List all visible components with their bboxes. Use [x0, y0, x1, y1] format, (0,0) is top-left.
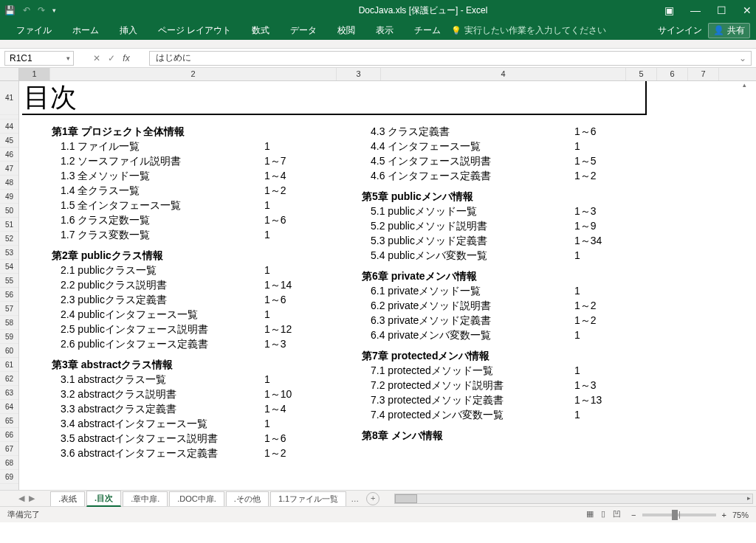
sheet-nav-buttons[interactable]: ◀ ▶ — [3, 494, 50, 503]
col-header-2[interactable]: 2 — [50, 68, 337, 80]
chapter-heading: 第3章 abstractクラス情報 — [52, 357, 347, 372]
qat-dropdown-icon[interactable]: ▾ — [52, 7, 56, 14]
cancel-formula-icon[interactable]: ✕ — [93, 53, 100, 63]
row-header[interactable]: 66 — [0, 428, 18, 442]
col-header-7[interactable]: 7 — [688, 68, 719, 80]
sheet-tab[interactable]: 1.1ファイル一覧 — [270, 491, 346, 506]
share-button[interactable]: 👤 共有 — [708, 23, 750, 38]
view-normal-icon[interactable]: ▦ — [586, 509, 594, 520]
row-header[interactable]: 49 — [0, 190, 18, 204]
name-box[interactable]: R1C1 — [4, 51, 74, 66]
row-header[interactable]: 61 — [0, 358, 18, 372]
vertical-scrollbar[interactable]: ▴ — [743, 81, 755, 490]
toc-entry: 6.2 privateメソッド説明書 — [362, 298, 574, 313]
tab-review[interactable]: 校閲 — [327, 21, 365, 40]
add-sheet-button[interactable]: + — [366, 492, 379, 505]
zoom-slider-thumb[interactable] — [672, 510, 678, 520]
toc-page: 1 — [574, 139, 626, 153]
sign-in-link[interactable]: サインイン — [658, 24, 702, 37]
scroll-up-icon[interactable]: ▴ — [743, 81, 746, 89]
col-header-1[interactable]: 1 — [19, 68, 50, 80]
row-header[interactable]: 46 — [0, 148, 18, 162]
toc-page: 1～6 — [264, 292, 316, 307]
save-icon[interactable]: 💾 — [4, 5, 16, 15]
tab-home[interactable]: ホーム — [62, 21, 109, 40]
zoom-out-button[interactable]: − — [631, 511, 636, 519]
row-header[interactable]: 59 — [0, 330, 18, 344]
row-header[interactable]: 64 — [0, 400, 18, 414]
row-header[interactable]: 55 — [0, 274, 18, 288]
chapter-heading: 第1章 プロジェクト全体情報 — [52, 124, 347, 139]
col-header-6[interactable]: 6 — [657, 68, 688, 80]
toc-page: 1 — [574, 328, 626, 342]
tab-page-layout[interactable]: ページ レイアウト — [148, 21, 241, 40]
row-header[interactable]: 68 — [0, 456, 18, 470]
scroll-right-icon[interactable]: ▸ — [747, 494, 751, 502]
tab-formulas[interactable]: 数式 — [241, 21, 280, 40]
row-header[interactable]: 53 — [0, 246, 18, 260]
toc-entry: 6.4 privateメンバ変数一覧 — [362, 328, 574, 342]
formula-input[interactable]: はじめに — [149, 51, 752, 66]
toc-page: 1～9 — [574, 218, 626, 233]
row-header[interactable]: 69 — [0, 470, 18, 484]
row-header[interactable]: 65 — [0, 414, 18, 428]
row-header[interactable]: 41 — [0, 81, 18, 115]
row-header[interactable]: 62 — [0, 372, 18, 386]
tab-data[interactable]: データ — [280, 21, 327, 40]
toc-page: 1～5 — [574, 153, 626, 168]
minimize-icon[interactable]: — — [690, 4, 701, 16]
row-header[interactable]: 54 — [0, 260, 18, 274]
zoom-level[interactable]: 75% — [732, 511, 749, 519]
tab-file[interactable]: ファイル — [6, 21, 62, 40]
toc-page: 1～7 — [264, 153, 316, 168]
row-header[interactable]: 51 — [0, 218, 18, 232]
sheet-tab[interactable]: .表紙 — [50, 491, 85, 506]
row-header[interactable]: 52 — [0, 232, 18, 246]
row-header[interactable]: 60 — [0, 344, 18, 358]
col-header-3[interactable]: 3 — [337, 68, 381, 80]
maximize-icon[interactable]: ☐ — [717, 4, 726, 16]
ribbon-display-icon[interactable]: ▣ — [664, 4, 674, 16]
toc-entry: 1.7 クラス変数一覧 — [52, 227, 264, 242]
row-header[interactable]: 48 — [0, 176, 18, 190]
sheet-tab[interactable]: .章中扉. — [123, 491, 168, 506]
zoom-slider[interactable] — [642, 513, 716, 516]
row-header[interactable]: 44 — [0, 120, 18, 134]
select-all-triangle[interactable] — [0, 68, 19, 80]
undo-icon[interactable]: ↶ — [23, 5, 30, 15]
row-header[interactable]: 58 — [0, 316, 18, 330]
sheet-nav-prev-icon[interactable]: ◀ — [18, 494, 24, 503]
grid-area: 41 44 45 46 47 48 49 50 51 52 53 54 55 5… — [0, 81, 756, 490]
view-page-layout-icon[interactable]: ▯ — [601, 509, 605, 520]
fx-icon[interactable]: fx — [123, 53, 129, 63]
tab-view[interactable]: 表示 — [365, 21, 404, 40]
row-header[interactable]: 50 — [0, 204, 18, 218]
toc-entry: 2.1 publicクラス一覧 — [52, 263, 264, 277]
row-header[interactable]: 57 — [0, 302, 18, 316]
col-header-4[interactable]: 4 — [381, 68, 626, 80]
row-header[interactable]: 63 — [0, 386, 18, 400]
view-page-break-icon[interactable]: 凹 — [613, 509, 621, 520]
col-header-5[interactable]: 5 — [626, 68, 657, 80]
cell-area[interactable]: 目次 第1章 プロジェクト全体情報 1.1 ファイル一覧1 1.2 ソースファイ… — [19, 81, 756, 490]
sheet-tab-active[interactable]: .目次 — [86, 491, 121, 507]
sheet-tab[interactable]: .その他 — [226, 491, 269, 506]
horizontal-scrollbar[interactable]: ▸ — [394, 494, 753, 504]
sheet-nav-next-icon[interactable]: ▶ — [29, 494, 35, 503]
tab-team[interactable]: チーム — [404, 21, 451, 40]
sheet-more[interactable]: … — [351, 494, 359, 503]
tab-insert[interactable]: 挿入 — [109, 21, 148, 40]
close-icon[interactable]: ✕ — [743, 4, 752, 16]
row-header[interactable]: 67 — [0, 442, 18, 456]
scroll-thumb[interactable] — [395, 494, 417, 503]
enter-formula-icon[interactable]: ✓ — [108, 53, 115, 63]
row-header[interactable]: 56 — [0, 288, 18, 302]
zoom-in-button[interactable]: + — [722, 511, 726, 519]
toc-entry: 1.1 ファイル一覧 — [52, 139, 264, 153]
redo-icon[interactable]: ↷ — [38, 5, 45, 15]
row-header[interactable]: 47 — [0, 162, 18, 176]
row-header[interactable]: 45 — [0, 134, 18, 148]
tell-me-box[interactable]: 💡 実行したい作業を入力してください — [451, 24, 606, 37]
toc-entry: 4.3 クラス定義書 — [362, 124, 574, 139]
sheet-tab[interactable]: .DOC中扉. — [169, 491, 224, 506]
